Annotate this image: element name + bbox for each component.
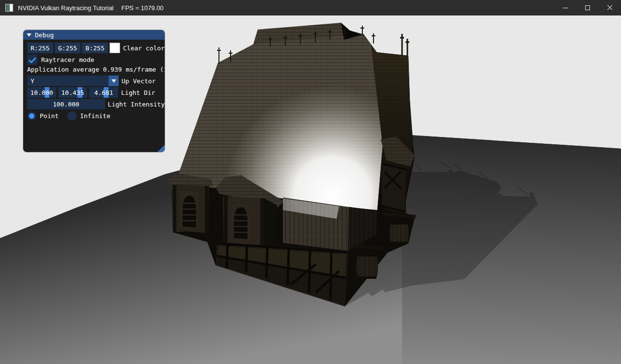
collapse-triangle-icon[interactable] — [27, 33, 31, 37]
up-vector-row: Y Up Vector — [27, 76, 165, 86]
light-intensity-slider[interactable]: 100.000 — [27, 99, 105, 109]
light-dir-z-value: 4.681 — [94, 89, 113, 96]
light-intensity-row: 100.000 Light Intensity — [27, 99, 165, 109]
panel-resize-grip[interactable] — [157, 145, 165, 152]
debug-panel[interactable]: Debug R:255 G:255 B:255 Clear color Rayt… — [23, 30, 165, 152]
up-vector-combo[interactable]: Y — [27, 76, 119, 86]
light-dir-y-drag[interactable]: 10.435 — [58, 87, 87, 98]
debug-panel-titlebar[interactable]: Debug — [23, 30, 165, 40]
combo-arrow-button[interactable] — [109, 76, 119, 86]
window-controls — [554, 0, 621, 15]
window-titlebar[interactable]: NVIDIA Vulkan Raytracing Tutorial FPS = … — [0, 0, 621, 15]
light-type-infinite-label: Infinite — [80, 112, 110, 120]
light-intensity-value: 100.000 — [53, 101, 79, 108]
fps-counter: FPS = 1079.00 — [122, 4, 164, 12]
light-type-point-label: Point — [40, 112, 59, 120]
close-icon — [607, 5, 613, 11]
dormer-left — [168, 173, 213, 233]
raytracer-mode-label: Raytracer mode — [41, 56, 94, 63]
minimize-icon — [563, 8, 568, 8]
debug-panel-body: R:255 G:255 B:255 Clear color Raytracer … — [23, 40, 165, 152]
debug-panel-title: Debug — [35, 31, 54, 39]
light-type-infinite-radio[interactable] — [67, 111, 77, 121]
raytracer-mode-row: Raytracer mode — [27, 54, 165, 65]
clear-color-label: Clear color — [123, 45, 165, 52]
red-value-button[interactable]: R:255 — [27, 43, 53, 53]
clear-color-row: R:255 G:255 B:255 Clear color — [27, 43, 165, 53]
green-value-button[interactable]: G:255 — [55, 43, 81, 53]
frame-stats-text: Application average 0.939 ms/frame (1064 — [27, 66, 165, 74]
clear-color-swatch[interactable] — [109, 43, 120, 53]
light-dir-z-drag[interactable]: 4.681 — [89, 87, 118, 98]
dormer-left-arch-window — [183, 196, 196, 228]
raytracer-mode-checkbox[interactable] — [27, 55, 37, 65]
maximize-icon — [585, 5, 590, 10]
up-vector-label: Up Vector — [122, 77, 155, 85]
maximize-button[interactable] — [576, 0, 599, 15]
chevron-down-icon — [111, 79, 116, 83]
light-dir-row: 10.000 10.435 4.681 Light Dir — [27, 87, 165, 98]
light-type-point-radio[interactable] — [27, 111, 36, 121]
light-dir-x-value: 10.000 — [31, 89, 53, 96]
light-dir-y-value: 10.435 — [62, 89, 84, 96]
up-vector-value: Y — [31, 77, 34, 85]
blue-value-button[interactable]: B:255 — [82, 43, 108, 53]
minimize-button[interactable] — [554, 0, 576, 15]
light-dir-label: Light Dir — [121, 89, 155, 96]
light-type-row: Point Infinite — [27, 110, 165, 121]
close-button[interactable] — [599, 0, 621, 15]
light-dir-x-drag[interactable]: 10.000 — [27, 87, 56, 98]
dormer-center-arch-window — [234, 207, 248, 239]
light-intensity-label: Light Intensity — [108, 101, 165, 108]
app-icon — [5, 4, 13, 12]
window-title: NVIDIA Vulkan Raytracing Tutorial — [18, 4, 114, 12]
